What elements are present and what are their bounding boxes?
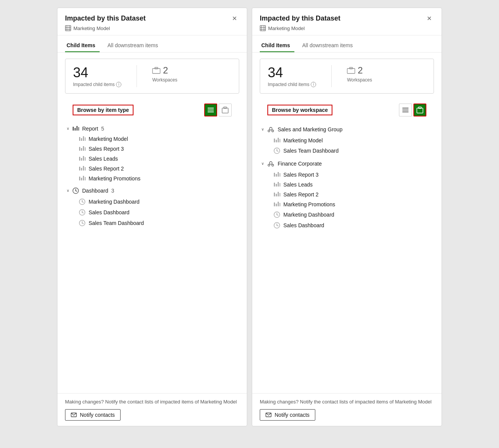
- close-button-1[interactable]: ✕: [230, 14, 239, 23]
- svg-rect-6: [155, 67, 158, 69]
- svg-rect-25: [81, 158, 82, 161]
- svg-rect-85: [274, 202, 275, 206]
- stats-card-2: 34 Impacted child items i 2 Workspaces: [260, 59, 434, 94]
- stat-workspaces-1: 2 Workspaces: [152, 65, 177, 87]
- tree-group-sales-marketing: ∨ Sales and Marketing Group Marketing Mo…: [260, 123, 434, 156]
- svg-rect-65: [280, 139, 280, 142]
- list-item[interactable]: Sales Leads: [272, 180, 434, 190]
- panel-dataset-name-1: Marketing Model: [73, 26, 110, 31]
- svg-rect-64: [278, 138, 279, 142]
- tree-group-report-1: ∨ Report 5 Marketing Model Sales Report: [65, 123, 239, 183]
- list-item[interactable]: Sales Report 3: [77, 144, 239, 154]
- svg-rect-33: [81, 178, 82, 180]
- list-item[interactable]: Sales Report 3: [272, 170, 434, 180]
- tab-child-items-1[interactable]: Child Items: [65, 38, 100, 52]
- list-item[interactable]: Marketing Model: [272, 136, 434, 145]
- svg-rect-86: [276, 204, 277, 206]
- panel-header-1: Impacted by this Dataset ✕ Marketing Mod…: [57, 8, 247, 35]
- svg-rect-17: [81, 138, 82, 141]
- list-item[interactable]: Sales Leads: [77, 154, 239, 164]
- panel-title-1: Impacted by this Dataset: [65, 14, 146, 22]
- notify-contacts-button-1[interactable]: Notify contacts: [65, 409, 121, 421]
- item-label: Sales Dashboard: [89, 209, 129, 215]
- report-icon: [273, 182, 280, 188]
- footer-section-2: Making changes? Notify the contact lists…: [252, 393, 442, 426]
- svg-rect-62: [274, 139, 275, 142]
- stat-number-2: 34: [268, 65, 316, 80]
- svg-rect-73: [274, 173, 275, 177]
- dashboard-group-icon-1: [72, 187, 79, 194]
- svg-rect-24: [79, 157, 80, 161]
- info-icon-2[interactable]: i: [311, 82, 316, 87]
- list-item[interactable]: Sales Dashboard: [77, 207, 239, 218]
- svg-rect-20: [79, 147, 80, 151]
- svg-rect-5: [153, 69, 160, 73]
- list-item[interactable]: Marketing Promotions: [272, 199, 434, 209]
- workspace-view-btn-2[interactable]: [413, 104, 426, 116]
- tab-child-items-2[interactable]: Child Items: [260, 38, 294, 52]
- workspace-stat-icon-2: [347, 67, 355, 74]
- dashboard-icon: [273, 222, 280, 229]
- svg-rect-55: [417, 108, 423, 113]
- list-item[interactable]: Marketing Dashboard: [77, 196, 239, 207]
- list-item[interactable]: Marketing Dashboard: [272, 209, 434, 220]
- svg-rect-22: [83, 146, 84, 151]
- workspace-label-1: Sales and Marketing Group: [278, 126, 342, 132]
- list-item[interactable]: Marketing Promotions: [77, 174, 239, 183]
- notify-contacts-button-2[interactable]: Notify contacts: [260, 409, 315, 421]
- info-icon-1[interactable]: i: [116, 82, 121, 87]
- tree-items-sales-marketing: Marketing Model Sales Team Dashboard: [260, 136, 434, 156]
- stat-workspace-count-1: 2: [163, 65, 168, 76]
- report-icon: [273, 191, 280, 198]
- svg-rect-78: [276, 184, 277, 187]
- svg-rect-82: [276, 194, 277, 196]
- tree-items-dashboard-1: Marketing Dashboard Sales Dashboard Sale…: [65, 196, 239, 228]
- list-item[interactable]: Sales Dashboard: [272, 220, 434, 231]
- stat-label-1: Impacted child items i: [73, 82, 121, 87]
- list-item[interactable]: Sales Report 2: [272, 190, 434, 199]
- svg-rect-50: [347, 69, 355, 73]
- list-item[interactable]: Sales Report 2: [77, 164, 239, 174]
- report-icon: [273, 201, 280, 207]
- tree-group-header-sales-marketing[interactable]: ∨ Sales and Marketing Group: [260, 123, 434, 136]
- svg-rect-75: [278, 172, 279, 177]
- envelope-icon-2: [265, 413, 272, 417]
- workspace-view-btn-1[interactable]: [219, 104, 232, 116]
- list-view-btn-1[interactable]: [204, 104, 217, 116]
- list-item[interactable]: Sales Team Dashboard: [77, 218, 239, 228]
- dashboard-icon: [79, 209, 86, 216]
- item-label: Sales Team Dashboard: [89, 220, 144, 226]
- tree-group-header-dashboard-1[interactable]: ∨ Dashboard 3: [65, 185, 239, 196]
- panel-impacted-by-dataset-2: Impacted by this Dataset ✕ Marketing Mod…: [252, 8, 442, 426]
- workspace-icon-2: [416, 107, 423, 113]
- item-label: Sales Leads: [89, 156, 118, 162]
- list-view-btn-2[interactable]: [399, 104, 412, 116]
- svg-point-43: [82, 222, 83, 223]
- panel-header-2: Impacted by this Dataset ✕ Marketing Mod…: [252, 8, 442, 35]
- svg-rect-18: [83, 136, 84, 141]
- report-icon: [273, 172, 280, 178]
- group-count-report-1: 5: [101, 126, 104, 132]
- tab-all-downstream-2[interactable]: All downstream items: [300, 38, 357, 52]
- panel-impacted-by-dataset-1: Impacted by this Dataset ✕ Marketing Mod…: [57, 8, 247, 426]
- item-label: Marketing Dashboard: [89, 199, 140, 205]
- close-button-2[interactable]: ✕: [424, 14, 434, 23]
- svg-rect-81: [274, 193, 275, 196]
- list-item[interactable]: Marketing Model: [77, 134, 239, 144]
- svg-point-57: [270, 127, 272, 130]
- svg-rect-79: [278, 182, 279, 187]
- tab-all-downstream-1[interactable]: All downstream items: [106, 38, 162, 52]
- tree-group-header-report-1[interactable]: ∨ Report 5: [65, 123, 239, 134]
- svg-point-68: [270, 161, 272, 164]
- list-item[interactable]: Sales Team Dashboard: [272, 145, 434, 156]
- workspace-icon-1: [222, 107, 229, 113]
- tree-group-header-finance-corporate[interactable]: ∨ Finance Corporate: [260, 158, 434, 170]
- chevron-sales-marketing: ∨: [261, 127, 264, 131]
- svg-rect-34: [83, 176, 84, 180]
- stat-impacted-2: 34 Impacted child items i: [268, 65, 316, 87]
- svg-rect-31: [85, 167, 86, 171]
- svg-rect-19: [85, 137, 86, 141]
- envelope-icon-1: [71, 413, 77, 417]
- item-label: Marketing Model: [89, 136, 128, 142]
- stat-workspace-label-1: Workspaces: [152, 77, 177, 83]
